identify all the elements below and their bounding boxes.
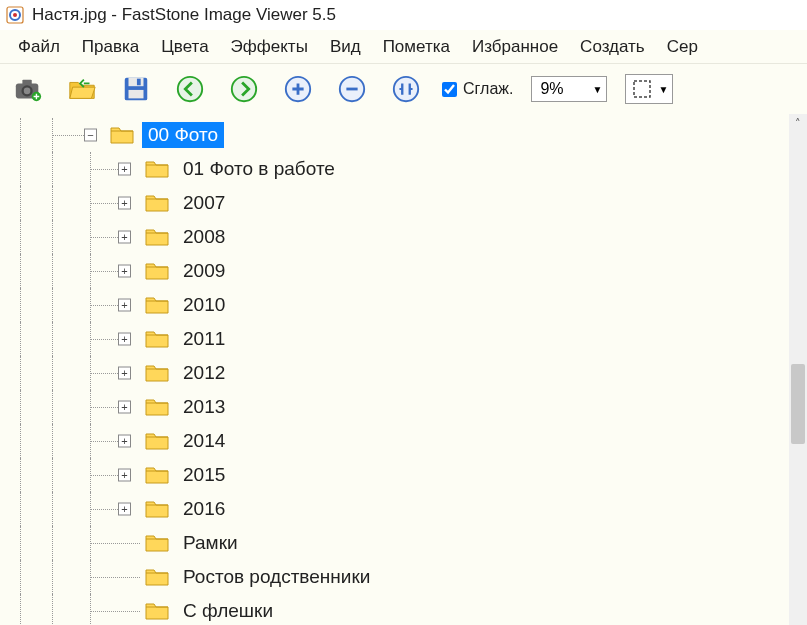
tree-item[interactable]: + 2010	[0, 288, 807, 322]
tree-item[interactable]: + 2008	[0, 220, 807, 254]
expand-icon[interactable]: +	[118, 197, 131, 210]
zoom-out-button[interactable]	[334, 71, 370, 107]
folder-label: 2013	[177, 394, 231, 420]
smoothing-label: Сглаж.	[463, 80, 513, 98]
folder-label: 2008	[177, 224, 231, 250]
tree-item[interactable]: + 2013	[0, 390, 807, 424]
smoothing-input[interactable]	[442, 82, 457, 97]
scrollbar-vertical[interactable]: ˄	[789, 114, 807, 625]
svg-rect-9	[129, 78, 144, 86]
menu-edit[interactable]: Правка	[72, 33, 149, 61]
expand-icon[interactable]: +	[118, 401, 131, 414]
menu-tag[interactable]: Пометка	[373, 33, 460, 61]
folder-icon	[145, 533, 169, 553]
tree-item[interactable]: + 2016	[0, 492, 807, 526]
menu-effects[interactable]: Эффекты	[221, 33, 318, 61]
folder-icon	[145, 431, 169, 451]
selection-button[interactable]: ▼	[625, 74, 673, 104]
menu-colors[interactable]: Цвета	[151, 33, 218, 61]
tree-item[interactable]: + 2014	[0, 424, 807, 458]
svg-point-6	[24, 88, 31, 95]
svg-point-12	[178, 77, 202, 101]
expand-icon[interactable]: +	[118, 367, 131, 380]
folder-icon	[145, 397, 169, 417]
expand-icon[interactable]: +	[118, 469, 131, 482]
folder-label: С флешки	[177, 598, 279, 624]
svg-rect-11	[129, 90, 144, 98]
folder-icon	[145, 329, 169, 349]
tree-item[interactable]: Рамки	[0, 526, 807, 560]
menu-ser[interactable]: Сер	[657, 33, 708, 61]
folder-icon	[145, 261, 169, 281]
menu-file[interactable]: Файл	[8, 33, 70, 61]
menu-view[interactable]: Вид	[320, 33, 371, 61]
svg-point-2	[13, 13, 17, 17]
svg-rect-17	[634, 81, 650, 97]
folder-icon	[145, 499, 169, 519]
menubar: Файл Правка Цвета Эффекты Вид Пометка Из…	[0, 30, 807, 64]
folder-label: 2010	[177, 292, 231, 318]
folder-label: 2015	[177, 462, 231, 488]
folder-icon	[145, 295, 169, 315]
folder-icon	[145, 193, 169, 213]
folder-icon	[145, 159, 169, 179]
acquire-button[interactable]	[10, 71, 46, 107]
zoom-in-button[interactable]	[280, 71, 316, 107]
svg-point-13	[232, 77, 256, 101]
scroll-up-icon[interactable]: ˄	[789, 114, 807, 132]
tree-item[interactable]: С флешки	[0, 594, 807, 625]
folder-label: 2007	[177, 190, 231, 216]
zoom-select[interactable]: 9% ▼	[531, 76, 607, 102]
window-title: Настя.jpg - FastStone Image Viewer 5.5	[32, 5, 336, 25]
folder-label: 2012	[177, 360, 231, 386]
folder-label: 01 Фото в работе	[177, 156, 341, 182]
next-button[interactable]	[226, 71, 262, 107]
svg-rect-10	[137, 79, 141, 86]
tree-item[interactable]: + 2015	[0, 458, 807, 492]
menu-favorites[interactable]: Избранное	[462, 33, 568, 61]
expand-icon[interactable]: +	[118, 503, 131, 516]
open-button[interactable]	[64, 71, 100, 107]
tree-item[interactable]: + 2009	[0, 254, 807, 288]
prev-button[interactable]	[172, 71, 208, 107]
folder-label: 2009	[177, 258, 231, 284]
folder-label: 2011	[177, 326, 231, 352]
tree-item[interactable]: + 2011	[0, 322, 807, 356]
folder-label: Ростов родственники	[177, 564, 376, 590]
menu-create[interactable]: Создать	[570, 33, 655, 61]
folder-icon	[145, 227, 169, 247]
fit-button[interactable]	[388, 71, 424, 107]
scroll-thumb[interactable]	[791, 364, 805, 444]
folder-label: 2014	[177, 428, 231, 454]
dropdown-icon: ▼	[593, 84, 603, 95]
collapse-icon[interactable]: −	[84, 129, 97, 142]
save-button[interactable]	[118, 71, 154, 107]
expand-icon[interactable]: +	[118, 163, 131, 176]
svg-rect-4	[22, 80, 31, 86]
tree-item[interactable]: + 2007	[0, 186, 807, 220]
expand-icon[interactable]: +	[118, 265, 131, 278]
folder-tree: − 00 Фото + 01 Фото в работе + 2007	[0, 114, 807, 625]
selection-icon	[632, 79, 652, 99]
zoom-value: 9%	[540, 80, 563, 98]
tree-item[interactable]: Ростов родственники	[0, 560, 807, 594]
toolbar: Сглаж. 9% ▼ ▼	[0, 64, 807, 114]
tree-item[interactable]: + 2012	[0, 356, 807, 390]
dropdown-icon: ▼	[658, 84, 668, 95]
folder-label: Рамки	[177, 530, 244, 556]
smoothing-checkbox[interactable]: Сглаж.	[442, 80, 513, 98]
expand-icon[interactable]: +	[118, 333, 131, 346]
folder-icon	[145, 567, 169, 587]
folder-label: 00 Фото	[142, 122, 224, 148]
app-icon	[6, 6, 24, 24]
tree-item[interactable]: + 01 Фото в работе	[0, 152, 807, 186]
folder-icon	[145, 601, 169, 621]
expand-icon[interactable]: +	[118, 435, 131, 448]
svg-point-16	[394, 77, 418, 101]
titlebar: Настя.jpg - FastStone Image Viewer 5.5	[0, 0, 807, 30]
expand-icon[interactable]: +	[118, 231, 131, 244]
folder-icon	[145, 363, 169, 383]
folder-label: 2016	[177, 496, 231, 522]
tree-item-root[interactable]: − 00 Фото	[0, 118, 807, 152]
expand-icon[interactable]: +	[118, 299, 131, 312]
